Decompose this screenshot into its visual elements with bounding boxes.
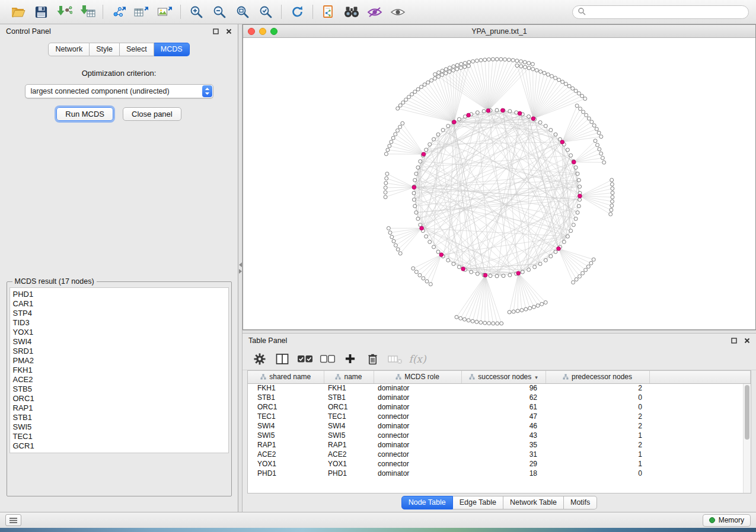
toolbar-separator xyxy=(281,5,282,19)
cell-predecessor-nodes: 0 xyxy=(546,469,649,478)
table-scrollbar-thumb[interactable] xyxy=(745,385,749,440)
mcds-result-item[interactable]: ORC1 xyxy=(13,394,225,403)
mcds-result-item[interactable]: FKH1 xyxy=(13,366,225,375)
mcds-result-item[interactable]: PMA2 xyxy=(13,356,225,366)
column-header-predecessor-nodes[interactable]: predecessor nodes xyxy=(546,371,649,383)
minimize-window-icon[interactable] xyxy=(259,28,266,35)
mcds-result-item[interactable]: SWI5 xyxy=(13,422,225,432)
mcds-result-item[interactable]: CAR1 xyxy=(13,299,225,309)
mcds-result-item[interactable]: RAP1 xyxy=(13,403,225,413)
table-scrollbar[interactable] xyxy=(743,384,751,493)
table-panel-header: Table Panel xyxy=(243,334,756,348)
float-table-panel-icon[interactable] xyxy=(731,338,737,344)
vertical-splitter[interactable] xyxy=(238,24,243,512)
import-network-icon[interactable] xyxy=(53,3,75,21)
maximize-window-icon[interactable] xyxy=(270,28,277,35)
tab-mcds[interactable]: MCDS xyxy=(154,43,190,56)
tab-node-table[interactable]: Node Table xyxy=(401,496,453,509)
collapse-right-icon[interactable] xyxy=(239,269,242,274)
cell-shared-name: ACE2 xyxy=(248,450,324,459)
column-header-mcds-role[interactable]: MCDS role xyxy=(374,371,461,383)
open-folder-icon[interactable] xyxy=(7,3,28,21)
mcds-result-item[interactable]: TEC1 xyxy=(13,432,225,441)
optimization-criterion-select[interactable]: largest connected component (undirected) xyxy=(25,84,213,98)
mcds-result-item[interactable]: STP4 xyxy=(13,309,225,318)
hide-graphics-icon[interactable] xyxy=(364,3,385,21)
table-row[interactable]: STB1STB1dominator620 xyxy=(248,393,751,402)
mcds-result-item[interactable]: SWI4 xyxy=(13,337,225,347)
column-browser-icon[interactable] xyxy=(273,350,291,368)
refresh-icon[interactable] xyxy=(286,3,308,21)
menu-list-icon[interactable] xyxy=(5,514,21,526)
export-network-icon[interactable] xyxy=(108,3,129,21)
table-row[interactable]: SWI5SWI5connector431 xyxy=(248,431,751,440)
mcds-result-item[interactable]: TID3 xyxy=(13,318,225,328)
table-row[interactable]: YOX1YOX1connector291 xyxy=(248,459,751,469)
table-row[interactable]: ACE2ACE2connector311 xyxy=(248,450,751,459)
column-header-shared-name[interactable]: shared name xyxy=(248,371,324,383)
network-edges xyxy=(385,59,613,323)
table-row[interactable]: SWI4SWI4dominator462 xyxy=(248,421,751,431)
mcds-result-item[interactable]: STB1 xyxy=(13,413,225,422)
tab-network[interactable]: Network xyxy=(48,43,90,56)
tab-motifs[interactable]: Motifs xyxy=(564,496,597,509)
add-icon[interactable] xyxy=(341,350,359,368)
save-icon[interactable] xyxy=(30,3,52,21)
clone-network-icon[interactable] xyxy=(318,3,339,21)
show-graphics-icon[interactable] xyxy=(387,3,409,21)
import-table-icon[interactable] xyxy=(76,3,98,21)
network-canvas[interactable] xyxy=(243,38,755,329)
mcds-result-item[interactable]: PHD1 xyxy=(13,290,225,299)
mcds-result-item[interactable]: STB5 xyxy=(13,384,225,394)
cell-mcds-role: connector xyxy=(374,431,461,440)
close-panel-icon[interactable] xyxy=(226,28,232,34)
tab-select[interactable]: Select xyxy=(120,43,154,56)
attribute-icon xyxy=(395,373,401,382)
close-table-panel-icon[interactable] xyxy=(744,338,750,344)
table-row[interactable]: TEC1TEC1connector472 xyxy=(248,412,751,421)
float-panel-icon[interactable] xyxy=(213,28,219,34)
cell-successor-nodes: 18 xyxy=(461,469,546,478)
mcds-buttons: Run MCDS Close panel xyxy=(56,107,181,121)
node-table: shared namenameMCDS rolesuccessor nodes▾… xyxy=(247,370,751,493)
mcds-result-item[interactable]: YOX1 xyxy=(13,328,225,337)
select-stepper-icon xyxy=(202,85,212,97)
gear-icon[interactable] xyxy=(251,350,269,368)
column-header-successor-nodes[interactable]: successor nodes▾ xyxy=(461,371,546,383)
select-all-icon[interactable] xyxy=(296,350,314,368)
tab-style[interactable]: Style xyxy=(90,43,120,56)
export-image-icon[interactable] xyxy=(154,3,176,21)
table-row[interactable]: FKH1FKH1dominator962 xyxy=(248,383,751,393)
collapse-left-icon[interactable] xyxy=(239,262,242,267)
table-row[interactable]: RAP1RAP1dominator352 xyxy=(248,440,751,450)
zoom-selected-icon[interactable] xyxy=(255,3,276,21)
table-row[interactable]: ORC1ORC1dominator610 xyxy=(248,402,751,412)
search-input[interactable] xyxy=(589,8,744,16)
zoom-fit-icon[interactable] xyxy=(232,3,253,21)
mcds-result-list: PHD1CAR1STP4TID3YOX1SWI4SRD1PMA2FKH1ACE2… xyxy=(9,287,229,453)
memory-button[interactable]: Memory xyxy=(703,514,751,527)
tab-network-table[interactable]: Network Table xyxy=(503,496,564,509)
mcds-result-item[interactable]: ACE2 xyxy=(13,375,225,384)
close-window-icon[interactable] xyxy=(248,28,255,35)
close-panel-button[interactable]: Close panel xyxy=(123,107,181,121)
trash-icon[interactable] xyxy=(363,350,381,368)
zoom-out-icon[interactable] xyxy=(209,3,230,21)
delete-column-icon[interactable] xyxy=(386,350,404,368)
table-row[interactable]: PHD1PHD1dominator180 xyxy=(248,469,751,478)
tab-edge-table[interactable]: Edge Table xyxy=(453,496,503,509)
column-header-name[interactable]: name xyxy=(324,371,374,383)
zoom-in-icon[interactable] xyxy=(186,3,207,21)
function-builder-icon[interactable]: f(x) xyxy=(409,350,426,368)
mcds-result-item[interactable]: GCR1 xyxy=(13,441,225,451)
run-mcds-button[interactable]: Run MCDS xyxy=(56,107,113,121)
attribute-icon xyxy=(469,373,475,382)
mcds-result-item[interactable]: SRD1 xyxy=(13,347,225,356)
cell-mcds-role: dominator xyxy=(374,402,461,412)
cell-mcds-role: dominator xyxy=(374,440,461,450)
search-icon xyxy=(578,7,586,17)
network-window-title: YPA_prune.txt_1 xyxy=(243,27,755,36)
deselect-all-icon[interactable] xyxy=(318,350,336,368)
export-table-icon[interactable] xyxy=(131,3,152,21)
binoculars-icon[interactable] xyxy=(341,3,362,21)
